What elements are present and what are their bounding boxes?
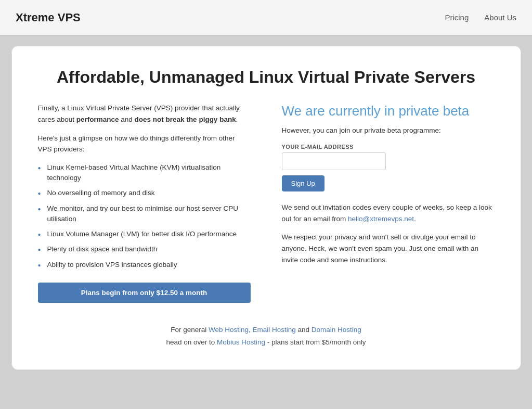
bold-performance: performance <box>76 116 119 123</box>
page-title: Affordable, Unmanaged Linux Virtual Priv… <box>38 67 495 87</box>
bold-piggybank: does not break the piggy bank <box>135 116 236 123</box>
list-item: No overselling of memory and disk <box>38 188 251 198</box>
web-hosting-link[interactable]: Web Hosting <box>209 326 249 334</box>
features-list: Linux Kernel-based Virtual Machine (KVM)… <box>38 162 251 270</box>
domain-hosting-link[interactable]: Domain Hosting <box>312 326 361 334</box>
beta-subtitle: However, you can join our private beta p… <box>282 126 495 134</box>
footer-line-1: For general Web Hosting, Email Hosting a… <box>38 324 495 336</box>
main-card: Affordable, Unmanaged Linux Virtual Priv… <box>11 46 521 370</box>
main-wrapper: Affordable, Unmanaged Linux Virtual Priv… <box>0 35 532 380</box>
plans-button[interactable]: Plans begin from only $12.50 a month <box>38 283 251 303</box>
list-item: Plenty of disk space and bandwidth <box>38 244 251 254</box>
list-item: We monitor, and try our best to minimise… <box>38 203 251 225</box>
email-label: YOUR E-MAIL ADDRESS <box>282 144 495 150</box>
nav-about-us[interactable]: About Us <box>484 13 516 22</box>
list-item: Linux Kernel-based Virtual Machine (KVM)… <box>38 162 251 184</box>
card-body: Finally, a Linux Virtual Private Server … <box>38 103 495 302</box>
right-column: We are currently in private beta However… <box>271 103 495 302</box>
beta-title: We are currently in private beta <box>282 103 495 120</box>
privacy-paragraph: We respect your privacy and won't sell o… <box>282 232 495 265</box>
invite-email-link[interactable]: hello@xtremevps.net <box>348 215 414 223</box>
email-input[interactable] <box>282 152 386 170</box>
main-nav: Pricing About Us <box>445 13 516 22</box>
list-item: Linux Volume Manager (LVM) for better di… <box>38 229 251 239</box>
site-logo: Xtreme VPS <box>16 11 81 24</box>
signup-button[interactable]: Sign Up <box>282 175 325 191</box>
invite-paragraph: We send out invitation codes every coupl… <box>282 202 495 224</box>
nav-pricing[interactable]: Pricing <box>445 13 469 22</box>
header: Xtreme VPS Pricing About Us <box>0 0 532 35</box>
email-hosting-link[interactable]: Email Hosting <box>253 326 296 334</box>
intro-paragraph-2: Here's just a glimpse on how we do thing… <box>38 133 251 155</box>
footer-links: For general Web Hosting, Email Hosting a… <box>38 318 495 349</box>
footer-line-2: head on over to Mobius Hosting - plans s… <box>38 336 495 349</box>
list-item: Ability to provision VPS instances globa… <box>38 260 251 270</box>
intro-paragraph-1: Finally, a Linux Virtual Private Server … <box>38 103 251 125</box>
mobius-hosting-link[interactable]: Mobius Hosting <box>217 338 265 346</box>
left-column: Finally, a Linux Virtual Private Server … <box>38 103 251 302</box>
